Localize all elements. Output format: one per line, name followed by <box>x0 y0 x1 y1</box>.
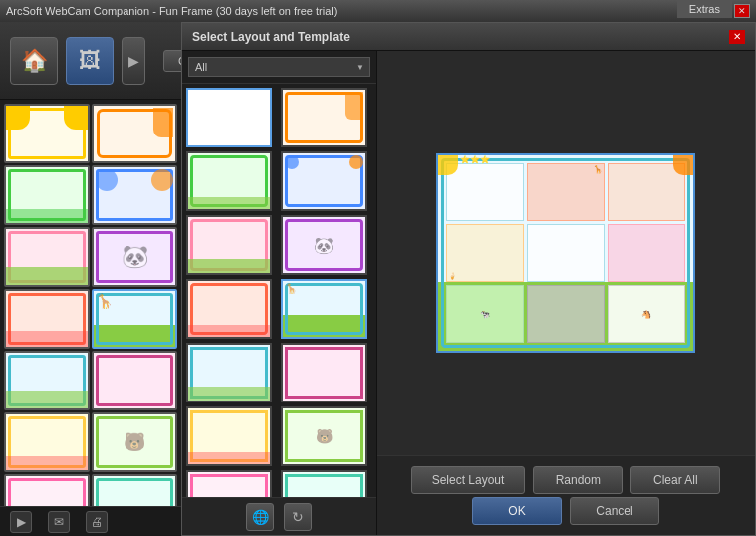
template-thumb[interactable] <box>186 279 272 339</box>
sidebar-thumb[interactable] <box>4 412 90 472</box>
template-thumb[interactable] <box>281 151 367 211</box>
title-bar: ArcSoft WebCam Companion - Fun Frame (30… <box>0 0 756 22</box>
template-thumb[interactable] <box>186 406 272 466</box>
template-actions: 🌐 ↻ <box>182 497 376 506</box>
sidebar-thumb[interactable] <box>4 104 90 163</box>
random-layout-button[interactable]: Random <box>533 466 623 494</box>
cancel-button[interactable]: Cancel <box>570 497 659 506</box>
template-panel: All <box>182 100 377 506</box>
extras-button[interactable]: Extras <box>677 0 732 18</box>
template-thumb[interactable]: 🐼 <box>281 215 367 275</box>
sidebar-row <box>4 165 177 225</box>
sidebar-thumb[interactable] <box>92 351 177 410</box>
sidebar-thumb[interactable] <box>92 104 177 163</box>
template-thumb[interactable] <box>186 151 272 211</box>
sidebar-thumb[interactable]: 🐼 <box>92 227 177 287</box>
template-thumb[interactable] <box>186 215 272 275</box>
nav-forward-button[interactable]: ▶ <box>122 37 145 85</box>
sidebar-row: 🐼 <box>4 227 177 287</box>
sidebar-row: 🐻 <box>4 412 177 472</box>
frame-button[interactable]: 🖼 <box>66 37 114 85</box>
template-thumb[interactable] <box>281 343 367 402</box>
app-title: ArcSoft WebCam Companion - Fun Frame (30… <box>6 5 337 17</box>
home-button[interactable]: 🏠 <box>10 37 58 85</box>
dialog-footer: Select Layout Random Clear All OK Cancel <box>377 455 755 506</box>
sidebar-thumb[interactable] <box>4 165 90 225</box>
template-thumb[interactable] <box>186 343 272 402</box>
sidebar-thumb[interactable] <box>92 165 177 225</box>
window-close-button[interactable]: ✕ <box>734 4 750 18</box>
preview-area: 🦒 🍦 🐄 <box>377 100 755 455</box>
sidebar-row <box>4 351 177 410</box>
play-button[interactable]: ▶ <box>10 511 32 533</box>
select-layout-button[interactable]: Select Layout <box>411 466 526 494</box>
template-grid: 🐼 <box>182 100 376 497</box>
refresh-button[interactable]: ↻ <box>284 503 312 507</box>
globe-button[interactable]: 🌐 <box>246 503 274 507</box>
template-thumb[interactable] <box>281 470 367 497</box>
sidebar-thumb[interactable]: 🐻 <box>92 412 177 472</box>
ok-button[interactable]: OK <box>472 497 562 506</box>
preview-frame: 🦒 🍦 🐄 <box>436 153 695 353</box>
template-thumb[interactable] <box>186 470 272 497</box>
sidebar-thumb[interactable] <box>4 474 90 506</box>
preview-panel: 🦒 🍦 🐄 <box>377 100 755 506</box>
sidebar: 🐼 <box>0 100 182 506</box>
print-button[interactable]: 🖨 <box>86 511 108 533</box>
sidebar-thumb[interactable] <box>4 351 90 410</box>
template-thumb[interactable]: 🦒 <box>281 279 367 339</box>
sidebar-thumb[interactable] <box>4 289 90 349</box>
sidebar-row <box>4 474 177 506</box>
clear-all-button[interactable]: Clear All <box>630 466 720 494</box>
select-layout-dialog: Select Layout and Template ✕ All <box>181 100 756 506</box>
mail-button[interactable]: ✉ <box>48 511 70 533</box>
sidebar-row <box>4 104 177 163</box>
template-thumb[interactable]: 🐻 <box>281 406 367 466</box>
sidebar-thumb-selected[interactable]: 🦒 <box>92 289 177 349</box>
sidebar-row: 🦒 <box>4 289 177 349</box>
template-thumb[interactable] <box>186 100 272 147</box>
sidebar-thumb[interactable] <box>92 474 177 506</box>
template-thumb[interactable] <box>281 100 367 147</box>
sidebar-thumb[interactable] <box>4 227 90 287</box>
